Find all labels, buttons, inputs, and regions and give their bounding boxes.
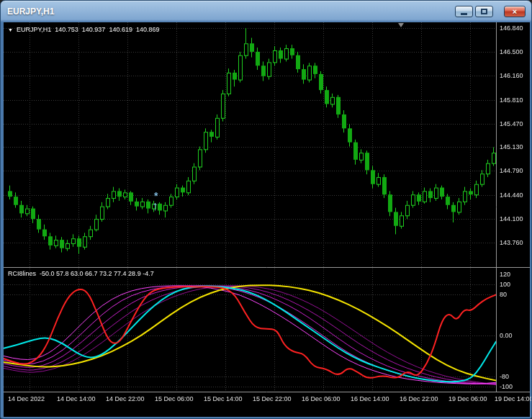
price-axis-label: 146.160	[500, 72, 523, 79]
price-axis-label: 143.760	[500, 239, 523, 246]
indicator-axis-label: 120	[500, 271, 510, 278]
ohlc-info: ▼ EURJPY,H1 140.753 140.937 140.619 140.…	[8, 26, 159, 33]
symbol-dropdown-icon[interactable]: ▼	[8, 27, 13, 32]
close-icon: ×	[513, 8, 517, 16]
price-axis-label: 144.100	[500, 215, 523, 222]
time-axis-label: 15 Dec 14:00	[204, 395, 243, 402]
chart-window: EURJPY,H1 × ▼ EURJPY,H1 140.753 140.937 …	[0, 0, 532, 419]
price-axis-label: 145.810	[500, 96, 523, 104]
chart-shift-marker-icon[interactable]	[398, 23, 404, 27]
ohlc-close: 140.869	[136, 26, 160, 33]
price-chart-canvas[interactable]	[4, 22, 530, 417]
window-controls: ×	[455, 6, 526, 17]
indicator-axis-label: 100	[500, 281, 510, 288]
time-axis-label: 15 Dec 06:00	[155, 395, 194, 402]
chart-area: ▼ EURJPY,H1 140.753 140.937 140.619 140.…	[4, 22, 530, 417]
price-axis-label: 144.790	[500, 167, 523, 174]
indicator-axis-label: 80	[500, 291, 507, 298]
price-axis-label: 146.500	[500, 48, 523, 55]
indicator-label: RCI8lines -50.0 57.8 63.0 66.7 73.2 77.4…	[8, 270, 154, 277]
time-axis-label: 14 Dec 2022	[8, 395, 45, 402]
maximize-button[interactable]	[475, 6, 493, 17]
indicator-axis-label: -80	[500, 373, 509, 380]
time-axis-label: 14 Dec 14:00	[57, 395, 96, 402]
ohlc-low: 140.619	[109, 26, 132, 33]
time-axis-label: 19 Dec 14:00	[495, 395, 532, 402]
indicator-values: -50.0 57.8 63.0 66.7 73.2 77.4 28.9 -4.7	[40, 270, 154, 277]
price-axis-label: 145.470	[500, 120, 523, 127]
maximize-icon	[481, 9, 487, 14]
titlebar[interactable]: EURJPY,H1 ×	[1, 1, 531, 22]
time-axis-label: 16 Dec 06:00	[302, 395, 341, 402]
price-axis-label: 145.130	[500, 143, 523, 150]
price-axis-label: 144.440	[500, 192, 523, 199]
indicator-axis-label: -100	[500, 383, 513, 390]
minimize-button[interactable]	[455, 6, 473, 17]
indicator-axis-label: 0.00	[500, 332, 513, 339]
time-axis-label: 16 Dec 22:00	[400, 395, 438, 402]
time-axis-label: 16 Dec 14:00	[351, 395, 389, 402]
ohlc-high: 140.937	[82, 26, 106, 33]
time-axis-label: 14 Dec 22:00	[106, 395, 145, 402]
time-axis-label: 19 Dec 06:00	[448, 395, 487, 402]
ohlc-open: 140.753	[55, 26, 78, 33]
ohlc-symbol: EURJPY,H1	[17, 26, 51, 33]
close-button[interactable]: ×	[504, 6, 526, 17]
price-axis-label: 146.840	[500, 24, 523, 32]
minimize-icon	[461, 13, 467, 15]
time-axis-label: 15 Dec 22:00	[253, 395, 292, 402]
buy-signal-arrow-icon: ↑	[152, 199, 158, 214]
indicator-name: RCI8lines	[8, 270, 36, 277]
window-title: EURJPY,H1	[7, 6, 54, 17]
